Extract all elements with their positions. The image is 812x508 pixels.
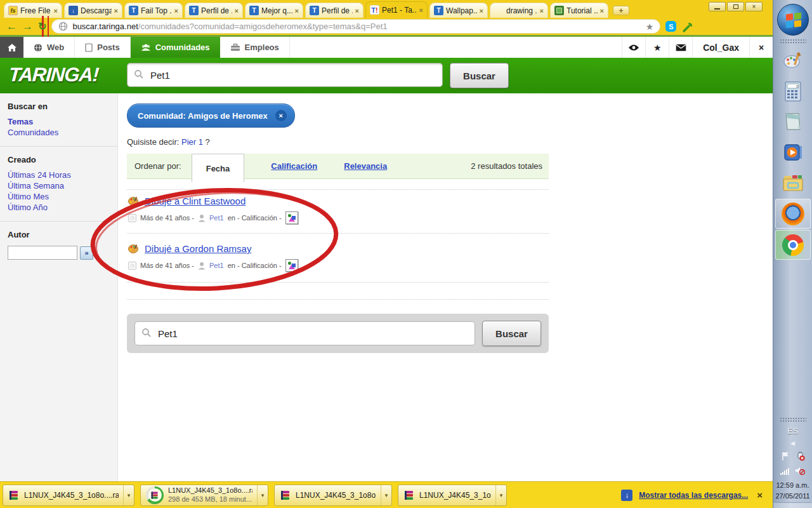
address-bar[interactable]: buscar.taringa.net/comunidades?comunidad… xyxy=(51,19,660,34)
tab-fail-top[interactable]: T Fail Top ... × xyxy=(124,3,183,18)
forward-button[interactable]: → xyxy=(22,21,33,32)
bookmark-star-icon[interactable]: ★ xyxy=(646,22,654,32)
skype-icon[interactable]: S xyxy=(665,21,676,32)
tab-tutorial[interactable]: Tutorial ... × xyxy=(550,3,608,18)
minimize-icon xyxy=(714,8,720,10)
network-signal-icon[interactable] xyxy=(780,468,789,475)
reload-button[interactable]: ↻ xyxy=(38,22,46,32)
show-desktop-button[interactable] xyxy=(773,502,812,508)
minimize-button[interactable] xyxy=(709,2,726,11)
close-icon[interactable]: × xyxy=(480,7,483,15)
close-icon[interactable]: × xyxy=(114,7,118,15)
show-hidden-icons-button[interactable]: ◀ xyxy=(790,440,795,446)
author-input[interactable] xyxy=(8,246,77,260)
close-shelf-icon[interactable]: × xyxy=(754,490,765,500)
chevron-down-icon[interactable]: ▾ xyxy=(381,485,391,505)
bottom-search-input[interactable] xyxy=(134,321,475,345)
back-button[interactable]: ← xyxy=(6,21,17,32)
tray-grip[interactable] xyxy=(780,417,806,423)
taringa-logo[interactable]: TARINGA! xyxy=(8,64,100,86)
close-icon[interactable]: × xyxy=(600,7,604,15)
tab-free-file[interactable]: fs Free File ... × xyxy=(4,3,62,18)
messages-button[interactable] xyxy=(669,37,692,58)
favorites-button[interactable]: ★ xyxy=(645,37,669,58)
close-icon[interactable]: × xyxy=(355,7,359,15)
author-submit-button[interactable]: » xyxy=(80,246,93,260)
download-item[interactable]: L1NUX_J4K45_3_1o8o....rar ▾ xyxy=(3,485,134,506)
fs-icon: fs xyxy=(8,6,18,15)
file-explorer-shortcut[interactable] xyxy=(782,171,804,194)
calculator-shortcut[interactable]: 0 xyxy=(782,80,804,103)
download-item[interactable]: L1NUX_J4K45_3_1o8o....rar ▾ xyxy=(274,485,392,506)
screen: fs Free File ... × ↓ Descargas × T Fail … xyxy=(0,0,812,508)
chevron-down-icon[interactable]: ▾ xyxy=(257,485,268,505)
language-indicator[interactable]: ES xyxy=(787,426,798,436)
firefox-app-button[interactable] xyxy=(775,199,811,229)
sidebar-link-temas[interactable]: Temas xyxy=(8,116,110,127)
tab-pet1-active[interactable]: T! Pet1 - Ta... × xyxy=(365,1,428,18)
close-icon[interactable]: × xyxy=(54,7,58,15)
download-item[interactable]: L1NUX_J4K45_3_1o8o....rar ▾ xyxy=(398,485,507,506)
did-you-mean-link[interactable]: Pier 1 xyxy=(181,137,203,147)
close-icon[interactable]: × xyxy=(295,7,299,15)
tab-drawing[interactable]: drawing ... × xyxy=(490,3,548,18)
sidebar-link-comunidades[interactable]: Comunidades xyxy=(8,127,110,138)
chrome-app-button[interactable] xyxy=(775,230,811,260)
nav-item-comunidades[interactable]: Comunidades xyxy=(131,37,220,58)
close-icon[interactable]: × xyxy=(540,7,544,15)
author-input-row: » xyxy=(8,246,110,260)
comunidades-icon xyxy=(141,44,151,51)
sidebar-link-month[interactable]: Último Mes xyxy=(8,191,110,202)
download-filename: L1NUX_J4K45_3_1o8o....rar xyxy=(168,486,252,495)
clock[interactable]: 12:59 a.m. 27/05/2011 xyxy=(775,480,809,501)
tab-wallpap[interactable]: T Wallpap... × xyxy=(429,3,488,18)
tab-descargas[interactable]: ↓ Descargas × xyxy=(64,3,122,18)
header-search-input[interactable] xyxy=(127,63,443,87)
community-filter-pill: Comunidad: Amigos de Heromex × xyxy=(127,104,295,128)
sort-tab-calificacion[interactable]: Calificación xyxy=(271,161,317,171)
nav-item-posts[interactable]: Posts xyxy=(75,37,130,58)
paint-shortcut[interactable] xyxy=(782,50,804,72)
home-button[interactable] xyxy=(0,37,23,58)
volume-muted-icon[interactable] xyxy=(795,466,805,475)
show-all-downloads-link[interactable]: Mostrar todas las descargas... xyxy=(639,491,748,500)
result-author-link[interactable]: Pet1 xyxy=(209,214,224,222)
close-icon[interactable]: × xyxy=(235,7,239,15)
sort-tab-relevancia[interactable]: Relevancia xyxy=(344,161,387,171)
tab-perfil-2[interactable]: T Perfil de ... × xyxy=(305,3,363,18)
bottom-search-button[interactable]: Buscar xyxy=(482,321,541,346)
tab-perfil-1[interactable]: T Perfil de ... × xyxy=(185,3,243,18)
nav-item-web[interactable]: Web xyxy=(23,37,75,58)
chevron-down-icon[interactable]: ▾ xyxy=(495,485,506,505)
result-link[interactable]: Dibujé a Clint Eastwood xyxy=(145,196,246,206)
filter-section-created: Creado Últimas 24 Horas Última Semana Úl… xyxy=(0,147,117,221)
logout-button[interactable]: × xyxy=(749,37,773,58)
sidebar-link-24h[interactable]: Últimas 24 Horas xyxy=(8,170,110,180)
download-item-in-progress[interactable]: L1NUX_J4K45_3_1o8o....rar 298 de 453 MB,… xyxy=(140,485,268,506)
header-search-button[interactable]: Buscar xyxy=(450,63,509,88)
media-player-icon xyxy=(783,143,803,162)
new-tab-button[interactable]: + xyxy=(613,6,629,15)
taskbar-grip[interactable] xyxy=(780,39,806,44)
sidebar-link-week[interactable]: Última Semana xyxy=(8,180,110,191)
nav-item-empleos[interactable]: Empleos xyxy=(220,37,290,58)
action-center-flag-icon[interactable] xyxy=(781,451,790,461)
close-icon[interactable]: × xyxy=(174,7,178,15)
result-link[interactable]: Dibujé a Gordon Ramsay xyxy=(145,243,251,254)
restore-button[interactable] xyxy=(727,2,744,11)
power-error-icon[interactable] xyxy=(796,451,805,461)
remove-filter-icon[interactable]: × xyxy=(275,110,287,121)
chevron-down-icon[interactable]: ▾ xyxy=(123,485,134,505)
watch-button[interactable] xyxy=(622,37,645,58)
media-player-shortcut[interactable] xyxy=(782,141,804,164)
start-button[interactable] xyxy=(777,4,809,36)
result-author-link[interactable]: Pet1 xyxy=(209,262,224,269)
notepad-shortcut[interactable] xyxy=(782,110,804,133)
close-icon[interactable]: × xyxy=(419,6,423,14)
username-menu[interactable]: Col_Gax xyxy=(692,37,749,58)
wrench-icon[interactable] xyxy=(681,20,694,33)
tab-mejor-q[interactable]: T Mejor q... × xyxy=(245,3,303,18)
close-window-button[interactable]: × xyxy=(745,2,763,11)
sidebar-link-year[interactable]: Último Año xyxy=(8,202,110,213)
sort-tab-fecha[interactable]: Fecha xyxy=(192,154,245,182)
